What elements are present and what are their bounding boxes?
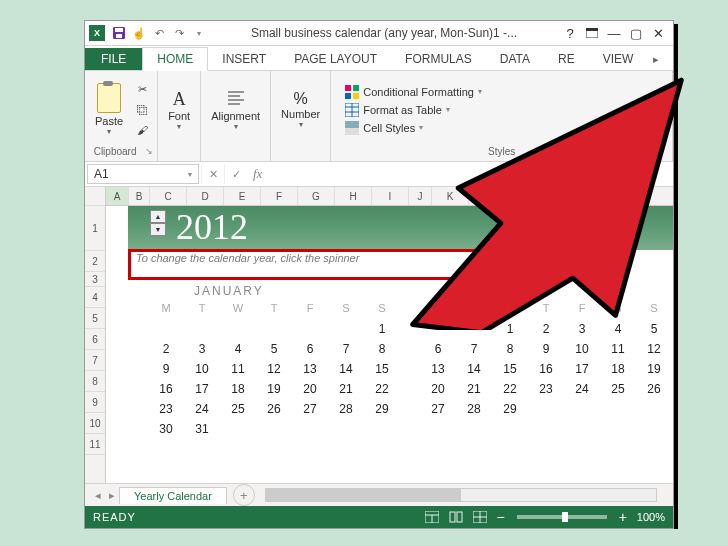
svg-rect-26: [457, 512, 462, 522]
minimize-button[interactable]: —: [603, 24, 625, 42]
spinner-up-button[interactable]: ▲: [150, 210, 166, 223]
row-header[interactable]: 1: [85, 206, 105, 251]
number-button[interactable]: % Number ▾: [275, 88, 326, 131]
clipboard-label: Clipboard↘: [89, 146, 153, 159]
row-headers: 1 2 3 4 5 6 7 8 9 10 11: [85, 187, 106, 483]
col-header[interactable]: B: [129, 187, 150, 205]
new-sheet-button[interactable]: +: [233, 484, 255, 506]
spinner-down-button[interactable]: ▼: [150, 223, 166, 236]
conditional-formatting-button[interactable]: Conditional Formatting ▾: [345, 85, 482, 99]
zoom-slider[interactable]: [517, 515, 607, 519]
formulas-tab[interactable]: FORMULAS: [391, 47, 486, 70]
horizontal-scrollbar[interactable]: [265, 488, 657, 502]
svg-rect-4: [586, 28, 598, 31]
view-tab[interactable]: VIEW: [589, 47, 648, 70]
paste-button[interactable]: Paste ▾: [89, 81, 129, 138]
tab-nav-next[interactable]: ▸: [109, 489, 115, 502]
cell-styles-button[interactable]: Cell Styles ▾: [345, 121, 482, 135]
ribbon-display-button[interactable]: [581, 24, 603, 42]
svg-rect-2: [116, 34, 122, 38]
name-box[interactable]: A1▾: [87, 164, 199, 184]
qat-save-button[interactable]: [110, 24, 128, 42]
row-header[interactable]: 4: [85, 287, 105, 308]
format-painter-button[interactable]: 🖌: [131, 121, 153, 139]
row-header[interactable]: 6: [85, 329, 105, 350]
qat-touch-button[interactable]: ☝: [130, 24, 148, 42]
qat-customize[interactable]: ▾: [190, 24, 208, 42]
col-header[interactable]: H: [335, 187, 372, 205]
svg-rect-10: [353, 85, 359, 91]
fx-icon[interactable]: fx: [247, 166, 268, 182]
tabs-scroll-right[interactable]: ▸: [647, 49, 665, 70]
svg-rect-18: [345, 128, 359, 135]
grid[interactable]: A B C D E F G H I J K L ▲ ▼ 2012 To: [106, 187, 673, 483]
qat-redo-button[interactable]: ↷: [170, 24, 188, 42]
formula-input[interactable]: [268, 164, 673, 184]
cells-button[interactable]: [630, 98, 662, 122]
cancel-button[interactable]: ✕: [201, 164, 224, 184]
insert-tab[interactable]: INSERT: [208, 47, 280, 70]
col-header[interactable]: K: [432, 187, 469, 205]
font-button[interactable]: A Font ▾: [162, 87, 196, 133]
copy-button[interactable]: ⿻: [131, 101, 153, 119]
col-header[interactable]: L: [469, 187, 506, 205]
alignment-group: Alignment ▾: [201, 71, 271, 161]
format-as-table-button[interactable]: Format as Table ▾: [345, 103, 482, 117]
row-header[interactable]: 5: [85, 308, 105, 329]
row-header[interactable]: 2: [85, 251, 105, 272]
enter-button[interactable]: ✓: [224, 164, 247, 184]
qat-undo-button[interactable]: ↶: [150, 24, 168, 42]
sheet-tab[interactable]: Yearly Calendar: [119, 487, 227, 504]
font-icon: A: [173, 89, 186, 110]
home-tab[interactable]: HOME: [142, 47, 208, 71]
col-header[interactable]: A: [106, 187, 129, 205]
svg-rect-19: [638, 102, 654, 118]
file-tab[interactable]: FILE: [85, 48, 142, 70]
excel-window: X ☝ ↶ ↷ ▾ Small business calendar (any y…: [84, 20, 674, 529]
maximize-button[interactable]: ▢: [625, 24, 647, 42]
row-header[interactable]: 3: [85, 272, 105, 287]
data-tab[interactable]: DATA: [486, 47, 544, 70]
col-header[interactable]: C: [150, 187, 187, 205]
clipboard-group: Paste ▾ ✂ ⿻ 🖌 Clipboard↘: [85, 71, 158, 161]
zoom-out-button[interactable]: −: [492, 509, 508, 525]
row-header[interactable]: 11: [85, 434, 105, 455]
col-header[interactable]: G: [298, 187, 335, 205]
format-as-table-icon: [345, 103, 359, 117]
normal-view-button[interactable]: [422, 509, 442, 525]
select-all[interactable]: [85, 187, 105, 206]
zoom-label[interactable]: 100%: [637, 511, 665, 523]
alignment-button[interactable]: Alignment ▾: [205, 86, 266, 133]
review-tab[interactable]: RE: [544, 47, 589, 70]
page-layout-tab[interactable]: PAGE LAYOUT: [280, 47, 391, 70]
page-break-view-button[interactable]: [470, 509, 490, 525]
svg-rect-9: [345, 85, 351, 91]
row-header[interactable]: 9: [85, 392, 105, 413]
number-group: % Number ▾: [271, 71, 331, 161]
row-header[interactable]: 8: [85, 371, 105, 392]
clipboard-launcher[interactable]: ↘: [145, 146, 153, 156]
cell-styles-icon: [345, 121, 359, 135]
conditional-formatting-icon: [345, 85, 359, 99]
tab-nav-prev[interactable]: ◂: [95, 489, 101, 502]
cut-button[interactable]: ✂: [131, 81, 153, 99]
help-button[interactable]: ?: [559, 24, 581, 42]
page-layout-view-button[interactable]: [446, 509, 466, 525]
year-spinner: ▲ ▼: [150, 210, 164, 236]
zoom-in-button[interactable]: +: [615, 509, 631, 525]
row-header[interactable]: 10: [85, 413, 105, 434]
col-header[interactable]: I: [372, 187, 409, 205]
col-header[interactable]: J: [409, 187, 432, 205]
row-header[interactable]: 7: [85, 350, 105, 371]
close-button[interactable]: ✕: [647, 24, 669, 42]
hint-text: To change the calendar year, click the s…: [136, 252, 359, 264]
svg-rect-17: [345, 121, 359, 128]
month-label-feb: FEBRUARY: [454, 284, 535, 298]
col-header[interactable]: E: [224, 187, 261, 205]
svg-rect-12: [353, 93, 359, 99]
svg-rect-25: [450, 512, 455, 522]
col-header[interactable]: F: [261, 187, 298, 205]
sheet-tab-bar: ◂ ▸ Yearly Calendar +: [85, 483, 673, 506]
col-header[interactable]: D: [187, 187, 224, 205]
excel-icon: X: [89, 25, 105, 41]
